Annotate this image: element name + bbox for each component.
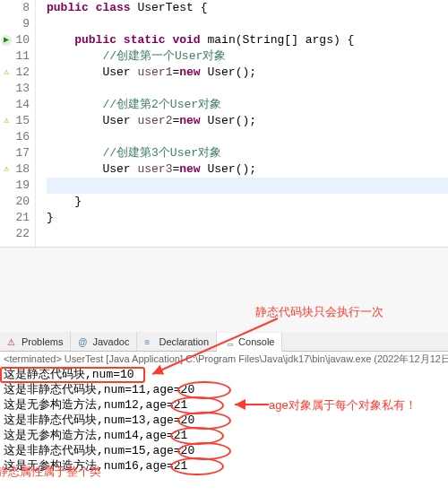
code-line[interactable] (47, 81, 448, 97)
console-icon (224, 336, 235, 347)
line-number: 12 (0, 65, 30, 81)
code-line[interactable]: //创建第3个User对象 (47, 145, 448, 161)
code-line[interactable]: public static void main(String[] args) { (47, 32, 448, 48)
code-area[interactable]: public class UserTest { public static vo… (36, 0, 448, 247)
line-number: 17 (0, 145, 30, 161)
line-number: 15 (0, 113, 30, 129)
console-line: 这是无参构造方法,num12,age=21 (4, 397, 444, 413)
run-icon[interactable] (0, 34, 13, 47)
console-line: 这是非静态代码块,num=11,age=20 (4, 382, 444, 397)
line-number: 11 (0, 48, 30, 65)
tab-console[interactable]: Console (217, 333, 282, 352)
code-line[interactable]: } (47, 194, 448, 210)
code-line[interactable]: //创建第一个User对象 (47, 48, 448, 65)
terminated-label: <terminated> UserTest [Java Application]… (0, 352, 448, 367)
tab-label: Console (238, 336, 274, 347)
code-line[interactable]: public class UserTest { (47, 0, 448, 16)
javadoc-icon (78, 336, 89, 347)
tab-label: Problems (22, 336, 63, 347)
warning-icon (0, 66, 13, 79)
line-number: 19 (0, 178, 30, 194)
console-line: 这是非静态代码块,num=15,age=20 (4, 443, 444, 458)
warning-icon (0, 115, 13, 127)
line-number: 9 (0, 16, 30, 32)
line-gutter: 8910111213141516171819202122 (0, 0, 36, 247)
problems-icon (7, 336, 18, 347)
tab-declaration[interactable]: Declaration (137, 332, 217, 351)
editor-console-divider (0, 247, 448, 332)
console-line: 这是非静态代码块,num=13,age=20 (4, 413, 444, 428)
line-number: 8 (0, 0, 30, 16)
code-editor[interactable]: 8910111213141516171819202122 public clas… (0, 0, 448, 247)
code-line[interactable]: User user2=new User(); (47, 113, 448, 129)
console-output[interactable]: 这是静态代码块,num=10这是非静态代码块,num=11,age=20这是无参… (0, 367, 448, 474)
line-number: 20 (0, 194, 30, 210)
code-line[interactable]: //创建第2个User对象 (47, 97, 448, 113)
code-line[interactable] (47, 226, 448, 242)
code-line[interactable]: User user1=new User(); (47, 65, 448, 81)
warning-icon (0, 163, 13, 176)
tab-javadoc[interactable]: Javadoc (71, 332, 137, 351)
console-line: 这是无参构造方法,num16,age=21 (4, 458, 444, 474)
line-number: 14 (0, 97, 30, 113)
line-number: 22 (0, 226, 30, 242)
tab-label: Javadoc (92, 336, 129, 347)
tab-problems[interactable]: Problems (0, 332, 71, 351)
console-line: 这是无参构造方法,num14,age=21 (4, 428, 444, 443)
console-line: 这是静态代码块,num=10 (4, 367, 444, 382)
code-line[interactable] (47, 178, 448, 194)
code-line[interactable]: User user3=new User(); (47, 161, 448, 178)
tab-label: Declaration (159, 336, 209, 347)
line-number: 16 (0, 129, 30, 145)
declaration-icon (144, 336, 155, 347)
line-number: 13 (0, 81, 30, 97)
code-line[interactable] (47, 16, 448, 32)
code-line[interactable] (47, 129, 448, 145)
code-line[interactable]: } (47, 210, 448, 226)
line-number: 10 (0, 32, 30, 48)
bottom-tabs: Problems Javadoc Declaration Console (0, 332, 448, 352)
line-number: 18 (0, 161, 30, 178)
line-number: 21 (0, 210, 30, 226)
